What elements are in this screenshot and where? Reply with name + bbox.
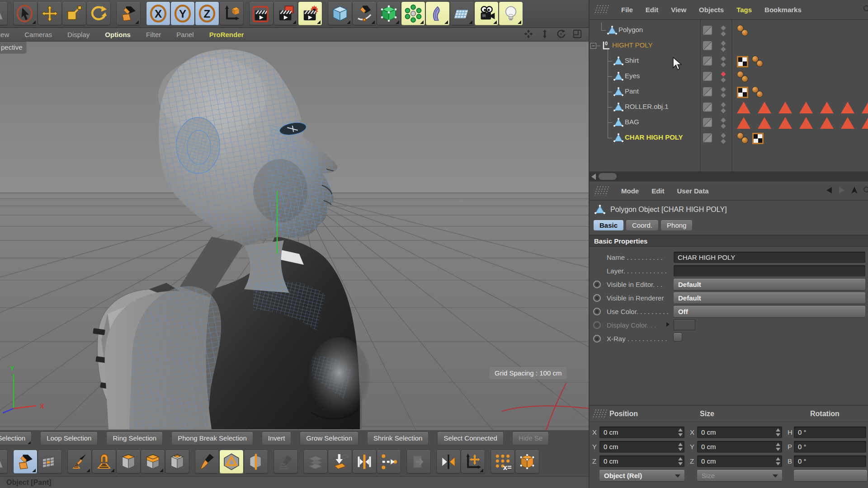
magnet-tool-button[interactable]: [92, 450, 116, 474]
expander-toggle[interactable]: −: [590, 43, 596, 49]
scroll-left-arrow[interactable]: [591, 174, 596, 180]
subdivision-surface-button[interactable]: [377, 2, 401, 25]
poly-pen-button[interactable]: [14, 450, 37, 474]
extrude-inner-tool-button[interactable]: [141, 450, 165, 474]
triangulate-tool-button[interactable]: [220, 450, 243, 474]
tab-phong[interactable]: Phong: [660, 220, 693, 231]
panel-grip[interactable]: [593, 186, 610, 196]
object-name[interactable]: Eyes: [625, 72, 640, 80]
render-settings-button[interactable]: [298, 2, 322, 25]
selection-tag-icon[interactable]: [799, 117, 813, 129]
selection-tag-icon[interactable]: [820, 102, 834, 113]
object-row[interactable]: ROLLER.obj.1: [590, 99, 868, 115]
selection-tag-icon[interactable]: [737, 102, 750, 113]
layer-toggle[interactable]: [703, 71, 712, 81]
search-icon[interactable]: [863, 5, 868, 15]
object-row[interactable]: Shirt: [590, 53, 868, 69]
editor-visibility-dot[interactable]: [721, 117, 726, 122]
command-hide-se[interactable]: Hide Se: [512, 432, 549, 445]
collapse-arrow-icon[interactable]: [666, 322, 670, 327]
editor-visibility-dot[interactable]: [721, 102, 726, 107]
x-axis-lock-button[interactable]: X: [146, 2, 170, 25]
rotation-h-field[interactable]: 0 °: [794, 427, 866, 438]
render-visibility-dot[interactable]: [721, 108, 726, 113]
melt-tool-button[interactable]: [304, 450, 327, 474]
menu-bookmarks[interactable]: Bookmarks: [764, 6, 802, 14]
rotate-view-icon[interactable]: [556, 29, 566, 40]
floor-object-button[interactable]: [450, 2, 474, 25]
viewport-menu-panel[interactable]: Panel: [176, 31, 193, 38]
object-name[interactable]: BAG: [625, 118, 639, 126]
render-visibility-dot[interactable]: [721, 139, 726, 144]
polygon-object-icon[interactable]: [607, 25, 618, 36]
rotation-p-field[interactable]: 0 °: [794, 441, 866, 453]
polygon-object-icon[interactable]: [613, 86, 624, 97]
rotation-mode-button[interactable]: [794, 470, 867, 481]
menu-objects[interactable]: Objects: [699, 6, 724, 14]
selection-tag-icon[interactable]: [841, 117, 854, 129]
layer-toggle[interactable]: [703, 56, 712, 66]
layer-field[interactable]: [674, 265, 865, 277]
visibility-dots[interactable]: [722, 86, 725, 99]
render-view-button[interactable]: [250, 2, 273, 25]
partial-tool-button[interactable]: [0, 2, 7, 25]
pan-icon[interactable]: [524, 29, 533, 40]
render-visibility-dot[interactable]: [721, 123, 726, 128]
rotate-tool-button[interactable]: [87, 2, 110, 25]
forward-arrow-dim-icon[interactable]: [837, 186, 846, 196]
viewport-menu-display[interactable]: Display: [67, 31, 90, 38]
menu-view[interactable]: View: [671, 6, 686, 14]
panel-grip[interactable]: [591, 409, 608, 419]
selection-tag-icon[interactable]: [737, 117, 750, 129]
spline-pen-button[interactable]: [353, 2, 376, 25]
axis-center-tool-button[interactable]: [461, 450, 485, 474]
mirror-tool-button[interactable]: [437, 450, 460, 474]
coordinate-system-button[interactable]: [220, 2, 243, 25]
visibility-dots[interactable]: [722, 117, 725, 130]
scale-tool-button[interactable]: [62, 2, 86, 25]
texture-tag-icon[interactable]: [752, 133, 764, 144]
bend-deformer-button[interactable]: [426, 2, 449, 25]
layer-toggle[interactable]: [703, 133, 712, 143]
y-axis-lock-button[interactable]: Y: [171, 2, 194, 25]
z-axis-lock-button[interactable]: Z: [195, 2, 219, 25]
name-field[interactable]: CHAR HIGH POLY: [674, 252, 865, 263]
command-phong-break-selection[interactable]: Phong Break Selection: [171, 432, 253, 445]
tab-coord[interactable]: Coord.: [626, 220, 659, 231]
xray-checkbox[interactable]: [674, 333, 682, 341]
cube-primitive-button[interactable]: [328, 2, 352, 25]
dropdown-default[interactable]: Default: [674, 279, 865, 290]
visibility-dots[interactable]: [722, 102, 725, 115]
menu-tags[interactable]: Tags: [736, 6, 752, 14]
layer-toggle[interactable]: [703, 87, 712, 97]
scrollbar-thumb[interactable]: [599, 173, 617, 180]
menu-edit[interactable]: Edit: [646, 6, 658, 14]
menu-user-data[interactable]: User Data: [677, 187, 709, 195]
object-manager-hscrollbar[interactable]: [590, 172, 868, 182]
dropdown-size[interactable]: Size: [697, 470, 782, 481]
command-ring-selection[interactable]: Ring Selection: [106, 432, 163, 445]
null-object-icon[interactable]: 0: [600, 40, 611, 51]
keyframe-radio[interactable]: [593, 335, 601, 343]
viewport-menu-prorender[interactable]: ProRender: [209, 31, 244, 38]
dropdown-object-rel-[interactable]: Object (Rel): [599, 470, 684, 481]
quantize-grid-button[interactable]: [38, 450, 61, 474]
phong-tag-icon[interactable]: [752, 56, 764, 67]
texture-tag-icon[interactable]: [737, 56, 748, 67]
visibility-dots[interactable]: [722, 132, 725, 145]
camera-object-button[interactable]: [475, 2, 498, 25]
phong-tag-icon[interactable]: [737, 71, 749, 83]
polygon-object-icon[interactable]: [613, 71, 624, 82]
project-tool-button[interactable]: [328, 450, 352, 474]
command-invert[interactable]: Invert: [262, 432, 292, 445]
editor-visibility-dot[interactable]: [721, 25, 726, 30]
object-row[interactable]: BAG: [590, 115, 868, 130]
polygon-object-icon[interactable]: [613, 56, 624, 66]
object-row[interactable]: −0HIGHT POLY: [590, 38, 868, 53]
box-tool-button[interactable]: [515, 450, 539, 474]
viewport-menu-filter[interactable]: Filter: [146, 31, 161, 38]
texture-tag-icon[interactable]: [737, 87, 748, 98]
visibility-dots[interactable]: [722, 25, 725, 38]
weld-tool-button[interactable]: [353, 450, 376, 474]
render-visibility-dot[interactable]: [721, 31, 726, 36]
